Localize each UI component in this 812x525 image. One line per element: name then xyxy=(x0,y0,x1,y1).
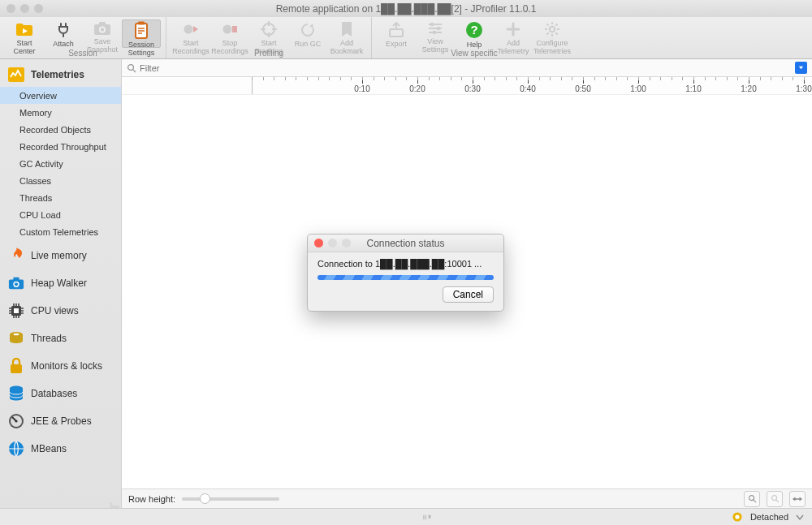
sidebar-item-telemetries[interactable]: Telemetries xyxy=(0,62,121,87)
toolbar-button-label: Help xyxy=(467,41,482,49)
sidebar-item-label: JEE & Probes xyxy=(31,415,92,427)
ruler-minor-tick xyxy=(362,77,363,80)
help-button[interactable]: ?Help xyxy=(455,19,494,48)
progress-bar xyxy=(317,275,494,280)
ruler-minor-tick xyxy=(638,77,639,80)
sidebar-item-label: GC Activity xyxy=(19,159,63,169)
ruler-minor-tick xyxy=(771,77,771,80)
ruler-minor-tick xyxy=(384,77,385,80)
sidebar-subitem-classes[interactable]: Classes xyxy=(0,172,121,189)
sidebar-item-jee[interactable]: JEE & Probes xyxy=(0,409,121,433)
ruler-minor-tick xyxy=(495,77,495,80)
sidebar-item-threads-s[interactable]: Threads xyxy=(0,326,121,351)
globe-icon xyxy=(8,441,24,457)
filter-input[interactable] xyxy=(140,63,795,73)
svg-rect-38 xyxy=(423,514,424,519)
ruler-label: 0:40 xyxy=(520,84,535,93)
sidebar-subitem-cpu-load[interactable]: CPU Load xyxy=(0,206,121,223)
sidebar-item-monitors[interactable]: Monitors & locks xyxy=(0,354,121,378)
gauge-icon xyxy=(8,413,24,429)
save-snap-button: Save Snapshot xyxy=(83,19,122,48)
export-button: Export xyxy=(377,19,416,48)
toolbar-group-session: Start CenterAttachSave SnapshotSession S… xyxy=(0,17,166,58)
ruler-minor-tick xyxy=(506,77,507,80)
ruler-minor-tick xyxy=(307,77,308,80)
sidebar-item-mbeans[interactable]: MBeans xyxy=(0,437,121,461)
session-sett-button[interactable]: Session Settings xyxy=(122,19,161,48)
zoom-tool-button[interactable] xyxy=(767,491,783,507)
sidebar-subitem-overview[interactable]: Overview xyxy=(0,87,121,104)
ruler-minor-tick xyxy=(374,77,374,80)
camera-icon xyxy=(93,21,111,36)
ruler-label: 0:10 xyxy=(354,84,369,93)
db-icon xyxy=(8,385,24,402)
ruler-label: 0:30 xyxy=(464,84,480,93)
ruler-label: 0:50 xyxy=(575,84,590,93)
toolbar-group-label: Session xyxy=(0,49,166,58)
sidebar-item-label: Overview xyxy=(19,91,57,101)
svg-point-3 xyxy=(101,28,105,32)
help-icon: ? xyxy=(465,21,483,39)
run-gc-button: Run GC xyxy=(288,19,327,48)
ruler-label: 1:30 xyxy=(796,84,811,93)
ruler-minor-tick xyxy=(782,77,783,80)
ruler-minor-tick xyxy=(285,77,286,80)
rec-stop-icon xyxy=(221,21,239,37)
toolbar-group-view-specific: ExportView Settings?HelpAdd TelemetryCon… xyxy=(372,17,577,58)
bookmark-icon xyxy=(338,21,356,37)
sidebar-subitem-rec-thr[interactable]: Recorded Throughput xyxy=(0,138,121,155)
slider-knob[interactable] xyxy=(200,493,210,504)
svg-rect-19 xyxy=(13,278,19,281)
ruler-minor-tick xyxy=(406,77,407,80)
row-height-bar: Row height: xyxy=(122,488,812,508)
folder-play-icon xyxy=(15,21,33,37)
start-center-button[interactable]: Start Center xyxy=(5,19,44,48)
dialog-title: Connection status xyxy=(308,238,503,249)
fit-width-button[interactable] xyxy=(789,491,806,507)
sidebar-item-db[interactable]: Databases xyxy=(0,381,121,406)
add-tel-button: Add Telemetry xyxy=(494,19,533,48)
cancel-button[interactable]: Cancel xyxy=(443,286,494,303)
sidebar-item-live-mem[interactable]: Live memory xyxy=(0,243,121,268)
row-height-slider[interactable] xyxy=(182,497,279,501)
sidebar-subitem-gc[interactable]: GC Activity xyxy=(0,155,121,172)
ruler-minor-tick xyxy=(605,77,606,80)
filter-dropdown[interactable] xyxy=(795,62,807,74)
sidebar-subitem-memory[interactable]: Memory xyxy=(0,104,121,121)
svg-point-21 xyxy=(15,282,18,286)
ruler-minor-tick xyxy=(749,77,749,80)
zoom-fit-button[interactable] xyxy=(744,491,760,507)
status-marker-icon[interactable] xyxy=(422,511,434,523)
ruler-minor-tick xyxy=(616,77,617,80)
attach-button[interactable]: Attach xyxy=(44,19,83,48)
sidebar-item-label: Threads xyxy=(31,333,67,344)
sidebar-subitem-custom[interactable]: Custom Telemetries xyxy=(0,223,121,240)
ruler-label: 0:20 xyxy=(409,84,425,93)
telemetry-icon xyxy=(8,67,24,83)
sidebar-item-cpu[interactable]: CPU views xyxy=(0,299,121,323)
ruler-minor-tick xyxy=(429,77,430,80)
ruler-minor-tick xyxy=(329,77,330,80)
svg-point-36 xyxy=(771,496,776,501)
sidebar-subitem-rec-obj[interactable]: Recorded Objects xyxy=(0,121,121,138)
toolbar-button-label: Run GC xyxy=(295,40,322,48)
status-menu-icon[interactable] xyxy=(793,511,806,523)
ruler-minor-tick xyxy=(484,77,485,80)
sidebar-item-label: Monitors & locks xyxy=(31,360,102,372)
ruler-minor-tick xyxy=(451,77,451,80)
ruler-minor-tick xyxy=(737,77,738,80)
svg-point-41 xyxy=(736,514,740,519)
ruler-minor-tick xyxy=(705,77,706,80)
sidebar-item-label: Classes xyxy=(19,176,51,186)
sidebar-item-label: Heap Walker xyxy=(31,278,87,289)
spool-icon xyxy=(8,330,24,346)
svg-point-12 xyxy=(437,27,441,31)
ruler-minor-tick xyxy=(263,77,264,80)
ruler-minor-tick xyxy=(627,77,628,80)
sidebar-item-heap[interactable]: Heap Walker xyxy=(0,271,121,295)
ruler-minor-tick xyxy=(318,77,319,80)
ruler-minor-tick xyxy=(417,77,418,80)
svg-point-6 xyxy=(184,25,193,34)
svg-rect-26 xyxy=(11,364,22,373)
sidebar-subitem-threads[interactable]: Threads xyxy=(0,189,121,206)
